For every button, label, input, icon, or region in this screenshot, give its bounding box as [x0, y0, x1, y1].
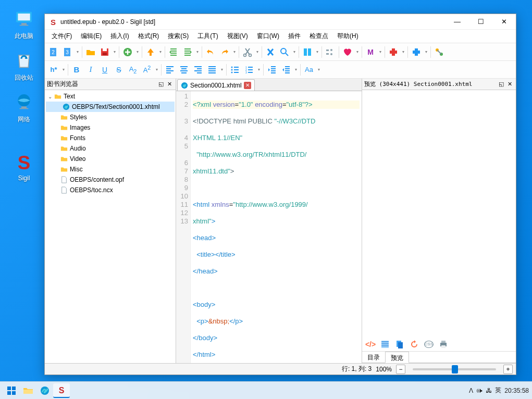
dropdown-icon[interactable]: ▾ [232, 49, 237, 54]
tree-folder-fonts[interactable]: Fonts [46, 133, 175, 143]
list-number-button[interactable]: 123 [242, 63, 256, 77]
menu-view[interactable]: 视图(V) [224, 30, 252, 42]
settings-button[interactable] [324, 45, 337, 59]
indent-button[interactable] [279, 63, 293, 77]
case-button[interactable]: Aa [302, 63, 316, 77]
dropdown-icon[interactable]: ▾ [135, 49, 140, 54]
dropdown-icon[interactable]: ▾ [75, 49, 80, 54]
tools-button[interactable] [432, 45, 446, 59]
dropdown-icon[interactable]: ▾ [315, 49, 320, 54]
menu-tools[interactable]: 工具(T) [194, 30, 221, 42]
tab-close-icon[interactable]: ✕ [244, 82, 251, 89]
dropdown-icon[interactable]: ▾ [256, 67, 262, 72]
tree-folder-misc[interactable]: Misc [46, 164, 175, 174]
clock[interactable]: 20:35:58 [504, 387, 529, 394]
dropdown-icon[interactable]: ▾ [293, 67, 299, 72]
plugin2-button[interactable] [410, 45, 423, 59]
system-tray[interactable]: ᐱ 🕪 🖧 英 20:35:58 [469, 386, 529, 395]
css-button[interactable]: CSS [423, 338, 435, 351]
new-epub3-button[interactable]: 3 [61, 45, 75, 59]
tree-file-section[interactable]: OEBPS/Text/Section0001.xhtml [46, 102, 175, 112]
edge-button[interactable] [36, 383, 53, 398]
tab-preview[interactable]: 预览 [385, 352, 409, 363]
tree-folder-styles[interactable]: Styles [46, 112, 175, 122]
close-icon[interactable]: ✕ [165, 81, 174, 88]
underline-button[interactable]: U [98, 63, 112, 77]
menu-edit[interactable]: 编辑(E) [77, 30, 105, 42]
save-button[interactable] [98, 45, 112, 59]
tree-folder-audio[interactable]: Audio [46, 143, 175, 154]
menu-window[interactable]: 窗口(W) [253, 30, 283, 42]
chevron-up-icon[interactable]: ᐱ [469, 387, 473, 394]
maximize-button[interactable]: ☐ [469, 14, 492, 30]
explorer-button[interactable] [20, 383, 36, 398]
zoom-slider[interactable] [413, 368, 496, 370]
align-right-button[interactable] [191, 63, 205, 77]
redo-button[interactable] [218, 45, 231, 59]
indent-right-button[interactable] [181, 45, 194, 59]
float-icon[interactable]: ◱ [497, 81, 505, 88]
bold-button[interactable]: B [70, 63, 83, 77]
code-view-button[interactable]: </> [364, 338, 377, 351]
reload-button[interactable] [408, 338, 420, 351]
book-tree[interactable]: ⌄Text OEBPS/Text/Section0001.xhtml Style… [45, 90, 176, 363]
superscript-button[interactable]: A2 [140, 63, 154, 77]
menu-checkpoint[interactable]: 检查点 [306, 30, 332, 42]
menu-insert[interactable]: 插入(I) [107, 30, 132, 42]
dropdown-icon[interactable]: ▾ [112, 49, 117, 54]
dropdown-icon[interactable]: ▾ [154, 67, 159, 72]
split-button[interactable] [301, 45, 314, 59]
close-button[interactable]: ✕ [492, 14, 516, 30]
metadata-button[interactable]: M [364, 45, 377, 59]
favorite-button[interactable] [341, 45, 354, 59]
minimize-button[interactable]: — [446, 14, 469, 30]
desktop-sigil[interactable]: S Sigil [6, 151, 42, 182]
list-bullet-button[interactable] [228, 63, 242, 77]
desktop-this-pc[interactable]: 此电脑 [6, 8, 42, 41]
close-icon[interactable]: ✕ [505, 81, 514, 88]
open-button[interactable] [84, 45, 97, 59]
dropdown-icon[interactable]: ▾ [255, 49, 260, 54]
dropdown-icon[interactable]: ▾ [219, 67, 225, 72]
indent-left-button[interactable] [167, 45, 180, 59]
editor-tab[interactable]: Section0001.xhtml ✕ [177, 79, 255, 91]
desktop-network[interactable]: 网络 [6, 92, 42, 124]
search-button[interactable] [278, 45, 291, 59]
desktop-recycle[interactable]: 回收站 [6, 50, 42, 82]
dropdown-icon[interactable]: ▾ [316, 67, 321, 72]
up-button[interactable] [144, 45, 157, 59]
dropdown-icon[interactable]: ▾ [195, 49, 200, 54]
dropdown-icon[interactable]: ▾ [424, 49, 429, 54]
dropdown-icon[interactable]: ▾ [401, 49, 406, 54]
tab-toc[interactable]: 目录 [362, 352, 385, 363]
menu-search[interactable]: 搜索(S) [164, 30, 192, 42]
plugin-button[interactable] [387, 45, 400, 59]
slider-thumb[interactable] [452, 365, 458, 373]
start-button[interactable] [3, 383, 20, 398]
select-button[interactable] [379, 338, 391, 351]
copy-button[interactable] [393, 338, 406, 351]
volume-icon[interactable]: 🕪 [476, 387, 482, 394]
print-button[interactable] [437, 338, 450, 351]
dropdown-icon[interactable]: ▾ [158, 49, 163, 54]
clean-button[interactable] [264, 45, 277, 59]
dropdown-icon[interactable]: ▾ [61, 67, 66, 72]
add-button[interactable] [121, 45, 134, 59]
menu-file[interactable]: 文件(F) [48, 30, 76, 42]
new-epub2-button[interactable]: 2 [47, 45, 60, 59]
code-editor[interactable]: 12345678910111213 <?xml version="1.0" en… [176, 91, 362, 363]
align-justify-button[interactable] [205, 63, 219, 77]
zoom-out-button[interactable]: − [396, 365, 405, 374]
align-left-button[interactable] [163, 63, 177, 77]
menu-help[interactable]: 帮助(H) [333, 30, 362, 42]
menu-format[interactable]: 格式(R) [134, 30, 163, 42]
strikethrough-button[interactable]: S [112, 63, 126, 77]
heading-button[interactable]: h* [47, 63, 60, 77]
menu-plugins[interactable]: 插件 [284, 30, 304, 42]
align-center-button[interactable] [177, 63, 191, 77]
dropdown-icon[interactable]: ▾ [292, 49, 297, 54]
subscript-button[interactable]: A2 [126, 63, 140, 77]
dropdown-icon[interactable]: ▾ [355, 49, 360, 54]
italic-button[interactable]: I [84, 63, 97, 77]
float-icon[interactable]: ◱ [157, 81, 165, 88]
